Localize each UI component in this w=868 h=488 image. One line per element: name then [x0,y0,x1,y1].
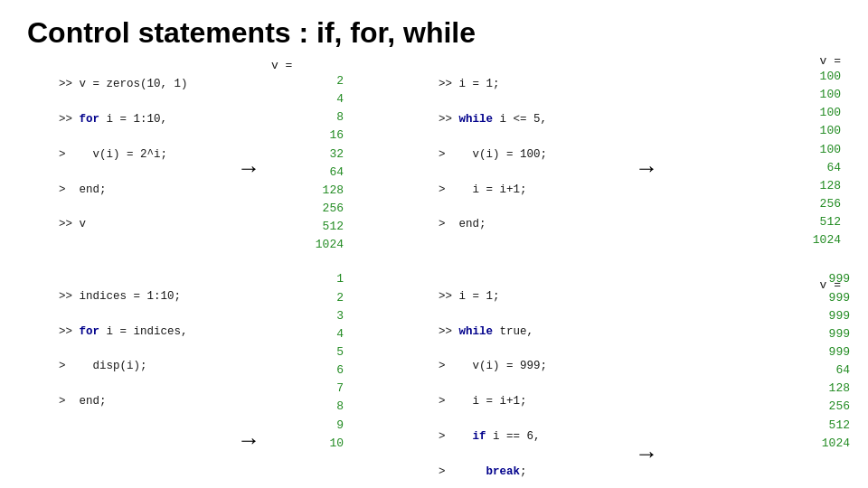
arrow1: → [226,59,271,254]
section1-v-label: v = [271,59,344,72]
page-title: Control statements : if, for, while [0,0,868,59]
section3-code: >> indices = 1:10; >> for i = indices, >… [18,270,226,427]
bottom-right-output: 999 999 999 999 999 64 128 256 512 1024 [822,270,850,452]
section1-output: 2 4 8 16 32 64 128 256 512 1024 [271,72,344,254]
arrow4: → [624,270,669,488]
section4-code: >> i = 1; >> while true, > v(i) = 999; >… [398,270,624,488]
arrow2: → [624,59,669,254]
section1-code: >> v = zeros(10, 1) >> for i = 1:10, > v… [18,59,226,251]
bottom-v-label: v = [820,278,841,292]
section2-code: >> i = 1; >> while i <= 5, > v(i) = 100;… [398,59,624,251]
arrow3: → [226,270,271,488]
top-right-output: 100 100 100 100 100 64 128 256 512 1024 [813,68,841,249]
section3-output: 1 2 3 4 5 6 7 8 9 10 [271,270,344,452]
top-right-v-label: v = [813,54,841,68]
